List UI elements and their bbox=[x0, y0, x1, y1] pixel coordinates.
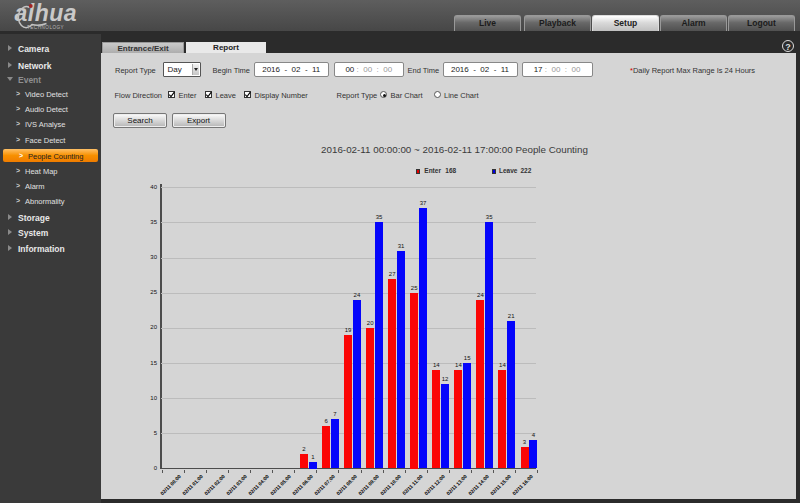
svg-text:alhua: alhua bbox=[15, 0, 78, 26]
svg-text:TECHNOLOGY: TECHNOLOGY bbox=[27, 25, 64, 30]
